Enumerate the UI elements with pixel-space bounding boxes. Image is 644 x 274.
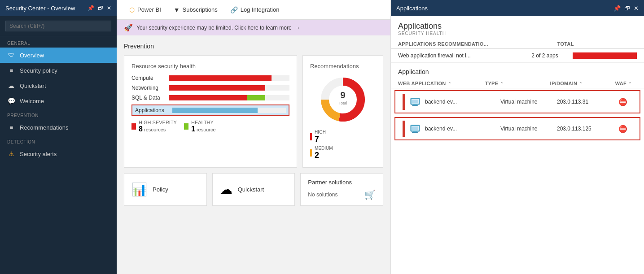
app-row-2-ip: 203.0.113.125	[557, 126, 613, 132]
pin-icon[interactable]: 📌	[88, 5, 94, 11]
log-integration-icon: 🔗	[230, 6, 238, 13]
log-integration-label: Log Integration	[241, 6, 280, 13]
app-row-1-indicator	[403, 94, 405, 110]
sidebar-item-welcome[interactable]: 💬 Welcome	[0, 93, 117, 109]
welcome-label: Welcome	[20, 98, 44, 104]
log-integration-button[interactable]: 🔗 Log Integration	[225, 4, 285, 16]
right-panel-title: Applications	[396, 5, 428, 12]
notification-bar[interactable]: 🚀 Your security experience may be limite…	[117, 20, 390, 35]
high-severity-count: 8	[139, 125, 143, 133]
high-severity-color	[131, 123, 136, 130]
rec-stats: HIGH 7 MEDIUM 2	[310, 130, 376, 160]
policy-card-label: Policy	[153, 186, 168, 193]
ip-col-header[interactable]: IP/DOMAIN⌃	[550, 81, 615, 86]
rec-high-bar	[310, 133, 312, 140]
rec-medium-info: MEDIUM 2	[315, 146, 333, 160]
health-item-applications[interactable]: Applications	[131, 104, 289, 116]
maximize-icon[interactable]: 🗗	[98, 5, 103, 11]
sidebar-item-security-policy[interactable]: ≡ Security policy	[0, 63, 117, 78]
networking-label: Networking	[131, 85, 165, 91]
networking-bar	[169, 85, 265, 91]
subscriptions-button[interactable]: ▼ Subscriptions	[168, 4, 223, 16]
close-icon-right[interactable]: ✕	[634, 5, 639, 12]
compute-label: Compute	[131, 75, 165, 81]
rec-medium-label: MEDIUM	[315, 146, 333, 151]
recommendations-icon: ≡	[7, 123, 15, 131]
partner-content: No solutions 🛒	[308, 189, 376, 200]
vm-icon-1	[410, 96, 421, 107]
shield-icon: 🛡	[7, 51, 15, 59]
high-severity-info: HIGH SEVERITY 8 resources	[139, 120, 177, 133]
right-panel-titlebar: Applications 📌 🗗 ✕	[391, 0, 644, 16]
search-input[interactable]	[5, 21, 111, 31]
power-bi-label: Power BI	[137, 6, 161, 13]
sidebar-win-controls: 📌 🗗 ✕	[88, 5, 111, 11]
donut-chart: 9 Total	[318, 75, 368, 124]
web-app-col-header[interactable]: WEB APPLICATION⌃	[398, 81, 485, 86]
healthy-stat: HEALTHY 1 resource	[184, 120, 216, 133]
applications-bar-container	[172, 108, 286, 113]
alert-icon-2: ⛔	[618, 125, 627, 133]
maximize-icon-right[interactable]: 🗗	[624, 5, 630, 12]
svg-rect-12	[412, 132, 418, 133]
waf-col-header[interactable]: WAF⌃	[615, 81, 637, 86]
pin-icon-right[interactable]: 📌	[613, 5, 621, 12]
no-solutions-text: No solutions	[308, 191, 337, 198]
healthy-color	[184, 123, 188, 130]
resource-health-title: Resource security health	[131, 63, 289, 70]
subscriptions-label: Subscriptions	[183, 6, 218, 13]
compute-bar	[169, 75, 272, 81]
svg-rect-14	[412, 126, 418, 130]
right-panel: Applications 📌 🗗 ✕ Applications SECURITY…	[390, 0, 644, 274]
health-footer: HIGH SEVERITY 8 resources HEALTHY 1 reso…	[131, 120, 289, 133]
sql-bar-green	[247, 95, 265, 100]
app-row-2-waf: ⛔	[613, 125, 632, 133]
app-row-2[interactable]: backend-ev... Virtual machine 203.0.113.…	[394, 117, 640, 140]
partner-solutions-card: Partner solutions No solutions 🛒	[300, 173, 383, 206]
quickstart-icon: ☁	[7, 82, 15, 90]
app-table-header: WEB APPLICATION⌃ TYPE⌃ IP/DOMAIN⌃ WAF⌃	[391, 79, 644, 88]
rec-high-label: HIGH	[315, 130, 326, 135]
quickstart-card-icon: ☁	[220, 182, 232, 197]
high-severity-stat: HIGH SEVERITY 8 resources	[131, 120, 177, 133]
store-icon: 🛒	[364, 189, 376, 200]
healthy-info: HEALTHY 1 resource	[191, 120, 216, 133]
svg-rect-9	[412, 100, 418, 103]
svg-text:Total: Total	[338, 101, 347, 105]
quickstart-label: Quickstart	[20, 83, 46, 89]
type-col-header[interactable]: TYPE⌃	[485, 81, 550, 86]
app-row-1-ip: 203.0.113.31	[557, 99, 613, 105]
rec-medium-bar	[310, 149, 312, 157]
close-icon[interactable]: ✕	[107, 5, 111, 11]
donut-wrapper: 9 Total	[310, 75, 376, 124]
policy-card[interactable]: 📊 Policy	[124, 173, 207, 206]
welcome-icon: 💬	[7, 97, 15, 105]
web-app-sort-icon: ⌃	[448, 82, 451, 86]
main-toolbar: ⬡ Power BI ▼ Subscriptions 🔗 Log Integra…	[117, 0, 390, 20]
recommendations-title: Recommendations	[310, 63, 376, 70]
sidebar-item-quickstart[interactable]: ☁ Quickstart	[0, 78, 117, 93]
sidebar-item-recommendations[interactable]: ≡ Recommendations	[0, 120, 117, 135]
security-alerts-label: Security alerts	[20, 151, 57, 157]
quickstart-card[interactable]: ☁ Quickstart	[212, 173, 295, 206]
health-item-sql: SQL & Data	[131, 95, 289, 101]
svg-text:9: 9	[340, 90, 345, 100]
right-panel-header: Applications SECURITY HEALTH	[391, 16, 644, 39]
rec-medium-stat: MEDIUM 2	[310, 146, 376, 160]
power-bi-button[interactable]: ⬡ Power BI	[124, 4, 166, 16]
right-panel-subtitle: SECURITY HEALTH	[398, 31, 637, 36]
svg-rect-7	[412, 105, 418, 106]
sidebar-item-security-alerts[interactable]: ⚠ Security alerts	[0, 146, 117, 161]
prevention-section: Prevention Resource security health Comp…	[124, 43, 383, 267]
notification-arrow: →	[295, 25, 301, 31]
sidebar-item-overview[interactable]: 🛡 Overview	[0, 48, 117, 63]
waf-sort-icon: ⌃	[628, 82, 632, 86]
sql-bar-container	[169, 95, 289, 100]
app-row-1[interactable]: backend-ev... Virtual machine 203.0.113.…	[394, 90, 640, 113]
main-content: Prevention Resource security health Comp…	[117, 35, 390, 274]
app-row-2-indicator	[403, 121, 405, 137]
alert-icon-1: ⛔	[618, 98, 627, 106]
resource-health-card: Resource security health Compute Network…	[124, 55, 297, 168]
policy-card-icon: 📊	[131, 182, 147, 197]
type-sort-icon: ⌃	[500, 82, 504, 86]
